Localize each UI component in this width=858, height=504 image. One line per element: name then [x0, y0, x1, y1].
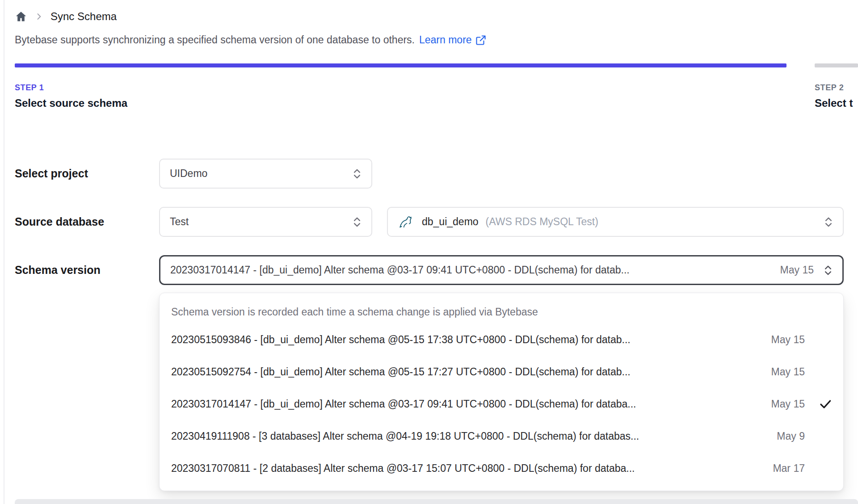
- check-slot: [805, 397, 833, 411]
- option-text: 20230515092754 - [db_ui_demo] Alter sche…: [171, 366, 753, 378]
- source-database-label: Source database: [15, 215, 104, 228]
- content-left-divider: [4, 0, 4, 504]
- schema-version-label: Schema version: [15, 264, 101, 277]
- chevron-up-down-icon: [822, 264, 834, 277]
- page-title: Sync Schema: [50, 10, 117, 23]
- check-icon: [818, 397, 833, 411]
- schema-version-option-selected[interactable]: 20230317014147 - [db_ui_demo] Alter sche…: [160, 388, 843, 420]
- select-project-label: Select project: [15, 167, 88, 180]
- schema-version-option[interactable]: 20230515093846 - [db_ui_demo] Alter sche…: [160, 323, 843, 356]
- option-text: 20230515093846 - [db_ui_demo] Alter sche…: [171, 334, 753, 346]
- database-detail: (AWS RDS MySQL Test): [486, 216, 598, 227]
- intro-text: Bytebase supports synchronizing a specif…: [15, 34, 487, 46]
- chevron-up-down-icon: [822, 216, 835, 228]
- database-select[interactable]: db_ui_demo(AWS RDS MySQL Test): [387, 207, 844, 237]
- step2-title: Select t: [815, 97, 853, 109]
- schema-version-select-date: May 15: [780, 264, 814, 276]
- step1-header: STEP 1 Select source schema: [15, 83, 127, 109]
- option-date: May 15: [764, 366, 805, 378]
- breadcrumb: Sync Schema: [15, 8, 117, 25]
- external-link-icon: [475, 34, 487, 46]
- sync-schema-page: Sync Schema Bytebase supports synchroniz…: [0, 0, 858, 504]
- project-select[interactable]: UIDemo: [159, 159, 372, 189]
- intro-description: Bytebase supports synchronizing a specif…: [15, 34, 415, 46]
- mysql-dolphin-icon: [398, 214, 415, 231]
- schema-version-option[interactable]: 20230515092754 - [db_ui_demo] Alter sche…: [160, 356, 843, 388]
- step2-header: STEP 2 Select t: [815, 83, 853, 109]
- schema-version-select[interactable]: 20230317014147 - [db_ui_demo] Alter sche…: [159, 255, 844, 285]
- dropdown-hint: Schema version is recorded each time a s…: [160, 300, 843, 323]
- home-icon[interactable]: [15, 10, 27, 23]
- schema-version-select-value: 20230317014147 - [db_ui_demo] Alter sche…: [170, 264, 773, 276]
- option-text: 20230317014147 - [db_ui_demo] Alter sche…: [171, 398, 753, 410]
- option-date: May 9: [764, 430, 805, 442]
- step2-label: STEP 2: [815, 83, 853, 92]
- chevron-up-down-icon: [351, 168, 363, 180]
- step1-progress-bar: [15, 63, 786, 67]
- option-date: Mar 17: [764, 462, 805, 475]
- option-text: 20230317070811 - [2 databases] Alter sch…: [171, 462, 753, 475]
- bottom-section-divider: [15, 499, 858, 504]
- step1-label: STEP 1: [15, 83, 127, 92]
- option-date: May 15: [764, 398, 805, 410]
- environment-select-value: Test: [170, 216, 351, 228]
- learn-more-label: Learn more: [419, 34, 472, 46]
- database-select-value: db_ui_demo(AWS RDS MySQL Test): [422, 216, 822, 228]
- environment-select[interactable]: Test: [159, 207, 372, 237]
- schema-version-option[interactable]: 20230317070811 - [2 databases] Alter sch…: [160, 452, 843, 484]
- breadcrumb-chevron-icon: [34, 12, 43, 21]
- schema-version-option[interactable]: 20230419111908 - [3 databases] Alter sch…: [160, 420, 843, 452]
- database-name: db_ui_demo: [422, 216, 479, 227]
- chevron-up-down-icon: [351, 216, 363, 228]
- schema-version-dropdown: Schema version is recorded each time a s…: [159, 293, 844, 491]
- project-select-value: UIDemo: [170, 168, 351, 180]
- step1-title: Select source schema: [15, 97, 127, 109]
- step2-progress-bar: [815, 63, 858, 67]
- option-date: May 15: [764, 334, 805, 346]
- option-text: 20230419111908 - [3 databases] Alter sch…: [171, 430, 753, 442]
- learn-more-link[interactable]: Learn more: [419, 34, 487, 46]
